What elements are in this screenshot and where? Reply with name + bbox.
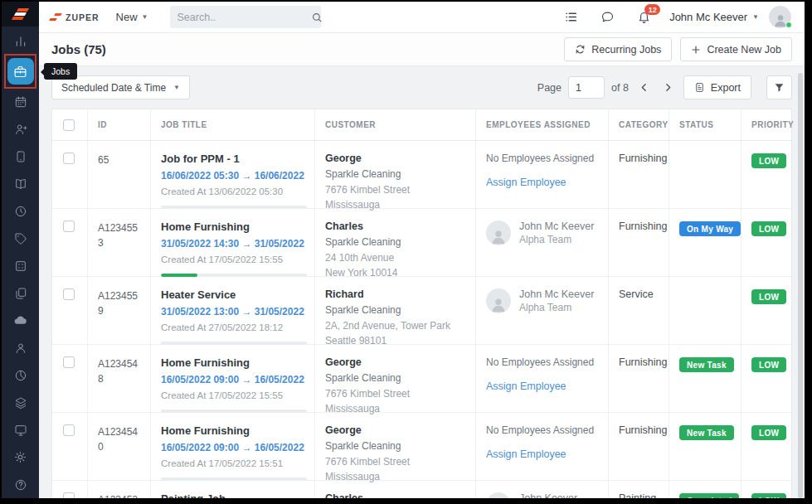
sort-filter-label: Scheduled Date & Time xyxy=(61,82,166,94)
job-schedule: 31/05/2022 14:30 → 31/05/2022 22:30 xyxy=(161,238,306,250)
job-title-link[interactable]: Home Furnishing xyxy=(161,220,306,233)
employee-team: Alpha Team xyxy=(519,234,594,245)
notifications-button[interactable]: 12 xyxy=(637,10,651,24)
chevron-down-icon: ▼ xyxy=(142,13,148,21)
table-row: A1234540 Home Furnishing 16/05/2022 09:0… xyxy=(52,413,791,481)
assign-employee-link[interactable]: Assign Employee xyxy=(486,380,566,392)
layers-icon xyxy=(14,396,27,410)
cloud-icon xyxy=(13,313,27,327)
help-circle-icon xyxy=(14,478,27,492)
sidebar-item-apps[interactable] xyxy=(2,252,39,279)
table-row: A1234526 Painting Job 14/05/2022 09:30 →… xyxy=(52,481,791,498)
sidebar-item-calendar[interactable] xyxy=(2,88,39,115)
next-page-button[interactable] xyxy=(659,80,677,94)
create-new-job-button[interactable]: Create New Job xyxy=(680,37,792,61)
customer-address: 24 10th Avenue xyxy=(325,250,467,266)
sidebar-item-devices[interactable] xyxy=(2,143,39,170)
search-input[interactable] xyxy=(177,12,311,23)
priority-badge: LOW xyxy=(751,425,786,440)
assign-employee-link[interactable]: Assign Employee xyxy=(486,177,566,188)
customer-address: 2A, 2nd Avenue, Tower Park xyxy=(325,318,467,334)
jobs-table: ID JOB TITLE CUSTOMER EMPLOYEES ASSIGNED… xyxy=(51,109,792,498)
avatar[interactable] xyxy=(769,6,791,28)
sidebar-item-timesheets[interactable] xyxy=(2,197,39,225)
search-icon xyxy=(311,12,323,23)
row-checkbox[interactable] xyxy=(63,288,75,300)
no-employees-text: No Employees Assigned xyxy=(486,153,600,164)
sidebar-item-dashboard[interactable] xyxy=(2,27,39,55)
sidebar-item-desktop[interactable] xyxy=(2,416,39,443)
chat-bubble-icon xyxy=(600,10,615,24)
chat-button[interactable] xyxy=(600,10,615,24)
filter-button[interactable] xyxy=(766,75,792,99)
customer-company: Sparkle Cleaning xyxy=(325,371,467,386)
row-checkbox[interactable] xyxy=(63,153,75,164)
export-button[interactable]: Export xyxy=(683,75,751,99)
keypad-icon xyxy=(14,259,27,273)
sidebar-item-documents[interactable] xyxy=(2,279,39,307)
prev-page-button[interactable] xyxy=(635,80,653,94)
chevron-down-icon: ▼ xyxy=(173,84,180,91)
job-title-link[interactable]: Home Furnishing xyxy=(161,424,306,437)
employee-name: John Mc Keever xyxy=(519,288,594,300)
row-checkbox[interactable] xyxy=(63,492,75,498)
job-category: Painting xyxy=(608,481,669,498)
customer-company: Sparkle Cleaning xyxy=(325,439,467,454)
sidebar-item-jobs[interactable]: Jobs xyxy=(2,55,39,88)
table-row: 65 Job for PPM - 1 16/06/2022 05:30 → 16… xyxy=(52,141,791,209)
brand-name: ZUPER xyxy=(66,12,100,22)
row-checkbox[interactable] xyxy=(63,220,75,232)
app-window: Jobs xyxy=(2,2,805,498)
assign-employee-link[interactable]: Assign Employee xyxy=(486,448,566,460)
sidebar-item-pricing[interactable] xyxy=(2,225,39,252)
vertical-scrollbar[interactable] xyxy=(798,73,803,498)
select-all-checkbox[interactable] xyxy=(63,119,75,131)
monitor-icon xyxy=(14,424,27,437)
page-number-input[interactable] xyxy=(568,76,605,99)
brand[interactable]: ZUPER xyxy=(51,12,100,22)
header-id: ID xyxy=(87,109,150,140)
sidebar-item-network[interactable] xyxy=(2,307,39,334)
header-status: STATUS xyxy=(669,109,741,140)
job-category: Furnishing xyxy=(608,141,669,213)
employee-avatar xyxy=(486,220,511,245)
customer-company: Sparkle Cleaning xyxy=(325,167,467,182)
user-name: John Mc Keever xyxy=(669,11,747,23)
sidebar-item-help[interactable] xyxy=(2,471,39,498)
scrollbar-thumb[interactable] xyxy=(798,73,803,498)
sidebar-item-customers[interactable] xyxy=(2,115,39,143)
row-checkbox[interactable] xyxy=(63,356,75,368)
job-title-link[interactable]: Home Furnishing xyxy=(161,356,306,369)
sidebar-item-map[interactable] xyxy=(2,170,39,197)
table-row: A1234548 Home Furnishing 16/05/2022 09:0… xyxy=(52,345,791,413)
header-priority: PRIORITY xyxy=(741,109,791,140)
employee-avatar: J xyxy=(486,492,511,498)
customer-company: Sparkle Cleaning xyxy=(325,303,467,318)
no-employees-text: No Employees Assigned xyxy=(486,356,600,368)
job-id: A1234526 xyxy=(87,481,150,498)
main-area: ZUPER New ▼ 12 John Mc Keever xyxy=(39,2,805,498)
new-menu-button[interactable]: New ▼ xyxy=(116,11,148,23)
table-header-row: ID JOB TITLE CUSTOMER EMPLOYEES ASSIGNED… xyxy=(52,109,791,141)
sidebar-item-users[interactable] xyxy=(2,334,39,361)
sidebar-item-reports[interactable] xyxy=(2,361,39,389)
user-plus-icon xyxy=(14,123,27,136)
recurring-jobs-button[interactable]: Recurring Jobs xyxy=(564,37,672,61)
chevron-left-icon xyxy=(639,82,649,93)
job-title-link[interactable]: Job for PPM - 1 xyxy=(161,153,306,165)
app-logo[interactable] xyxy=(2,2,39,27)
job-title-link[interactable]: Heater Service xyxy=(161,288,306,301)
user-menu[interactable]: John Mc Keever ▼ xyxy=(669,11,759,23)
sidebar-item-layers[interactable] xyxy=(2,389,39,416)
customer-address: 7676 Kimbel Street xyxy=(325,454,467,470)
sidebar-item-settings[interactable] xyxy=(2,443,39,471)
job-title-link[interactable]: Painting Job xyxy=(161,492,306,498)
bar-chart-icon xyxy=(14,35,27,48)
create-new-job-label: Create New Job xyxy=(707,44,781,56)
page-label: Page xyxy=(537,82,562,94)
queue-list-button[interactable] xyxy=(564,10,578,24)
customer-company: Sparkle Cleaning xyxy=(325,235,467,250)
row-checkbox[interactable] xyxy=(63,424,75,436)
job-status-cell xyxy=(669,277,741,349)
customer-name: George xyxy=(325,356,467,368)
